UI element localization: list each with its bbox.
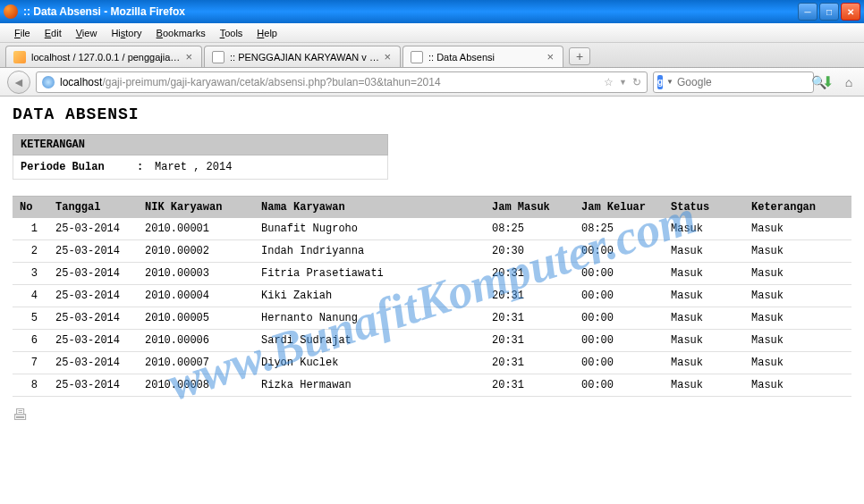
tab-label: localhost / 127.0.0.1 / penggajian_karya… bbox=[31, 52, 183, 63]
keterangan-box: KETERANGAN Periode Bulan : Maret , 2014 bbox=[13, 134, 388, 180]
cell-nama: Hernanto Nanung bbox=[254, 307, 485, 330]
home-icon[interactable]: ⌂ bbox=[841, 74, 857, 90]
tab-label: :: PENGGAJIAN KARYAWAN v 2.1 - Siste... bbox=[230, 52, 382, 63]
search-box[interactable]: g ▼ 🔍 bbox=[653, 71, 814, 93]
menu-file[interactable]: File bbox=[7, 25, 38, 41]
table-row: 125-03-20142010.00001Bunafit Nugroho08:2… bbox=[13, 218, 851, 240]
cell-jammasuk: 20:31 bbox=[485, 330, 574, 352]
minimize-button[interactable]: ─ bbox=[798, 3, 817, 21]
tab-close-icon[interactable]: × bbox=[382, 50, 393, 63]
url-path: /gaji-preimum/gaji-karyawan/cetak/absens… bbox=[102, 76, 440, 88]
periode-value: Maret , 2014 bbox=[155, 161, 232, 173]
url-bar[interactable]: localhost/gaji-preimum/gaji-karyawan/cet… bbox=[36, 71, 648, 93]
close-button[interactable]: ✕ bbox=[841, 3, 860, 21]
cell-no: 7 bbox=[13, 352, 48, 374]
menu-bookmarks[interactable]: Bookmarks bbox=[149, 25, 213, 41]
table-header-row: No Tanggal NIK Karyawan Nama Karyawan Ja… bbox=[13, 197, 851, 219]
cell-nik: 2010.00001 bbox=[138, 218, 254, 240]
cell-jammasuk: 20:31 bbox=[485, 352, 574, 374]
cell-jamkeluar: 00:00 bbox=[574, 240, 664, 263]
col-keterangan: Keterangan bbox=[744, 197, 851, 219]
page-title: DATA ABSENSI bbox=[13, 105, 851, 123]
tab-label: :: Data Absensi bbox=[428, 52, 545, 63]
tab-item[interactable]: :: PENGGAJIAN KARYAWAN v 2.1 - Siste... … bbox=[204, 46, 401, 67]
cell-nama: Diyon Kuclek bbox=[254, 352, 485, 374]
menu-history[interactable]: History bbox=[104, 25, 148, 41]
cell-no: 6 bbox=[13, 330, 48, 352]
tab-item[interactable]: localhost / 127.0.0.1 / penggajian_karya… bbox=[5, 46, 202, 67]
cell-keterangan: Masuk bbox=[744, 285, 851, 307]
cell-jamkeluar: 00:00 bbox=[574, 352, 664, 374]
cell-nik: 2010.00006 bbox=[138, 330, 254, 352]
tab-close-icon[interactable]: × bbox=[545, 50, 555, 63]
window-title: :: Data Absensi - Mozilla Firefox bbox=[23, 5, 798, 18]
cell-no: 4 bbox=[13, 285, 48, 307]
cell-tanggal: 25-03-2014 bbox=[48, 352, 138, 374]
search-input[interactable] bbox=[677, 76, 811, 88]
table-row: 225-03-20142010.00002Indah Indriyanna20:… bbox=[13, 240, 851, 263]
new-tab-button[interactable]: + bbox=[569, 47, 590, 65]
dropdown-icon[interactable]: ▼ bbox=[619, 78, 627, 87]
menu-help[interactable]: Help bbox=[250, 25, 284, 41]
cell-no: 1 bbox=[13, 218, 48, 240]
cell-nama: Indah Indriyanna bbox=[254, 240, 485, 263]
cell-keterangan: Masuk bbox=[744, 218, 851, 240]
cell-jammasuk: 20:31 bbox=[485, 374, 574, 397]
phpmyadmin-icon bbox=[13, 51, 26, 63]
cell-status: Masuk bbox=[664, 240, 744, 263]
cell-tanggal: 25-03-2014 bbox=[48, 285, 138, 307]
cell-tanggal: 25-03-2014 bbox=[48, 240, 138, 263]
chevron-down-icon[interactable]: ▼ bbox=[666, 78, 673, 86]
col-jamkeluar: Jam Keluar bbox=[574, 197, 664, 219]
print-icon[interactable]: 🖶 bbox=[13, 406, 851, 424]
cell-status: Masuk bbox=[664, 352, 744, 374]
table-row: 425-03-20142010.00004Kiki Zakiah20:3100:… bbox=[13, 285, 851, 307]
google-icon: g bbox=[657, 75, 663, 89]
menu-view[interactable]: View bbox=[69, 25, 105, 41]
col-tanggal: Tanggal bbox=[48, 197, 138, 219]
cell-nik: 2010.00007 bbox=[138, 352, 254, 374]
cell-status: Masuk bbox=[664, 307, 744, 330]
cell-no: 5 bbox=[13, 307, 48, 330]
menu-tools[interactable]: Tools bbox=[213, 25, 250, 41]
cell-nama: Sardi Sudrajat bbox=[254, 330, 485, 352]
cell-keterangan: Masuk bbox=[744, 352, 851, 374]
bookmark-star-icon[interactable]: ☆ bbox=[604, 76, 614, 88]
cell-nik: 2010.00008 bbox=[138, 374, 254, 397]
col-nama: Nama Karyawan bbox=[254, 197, 485, 219]
maximize-button[interactable]: □ bbox=[819, 3, 839, 21]
col-no: No bbox=[13, 197, 48, 219]
firefox-icon bbox=[4, 4, 18, 19]
keterangan-header: KETERANGAN bbox=[13, 134, 388, 155]
downloads-icon[interactable]: ⬇ bbox=[819, 74, 835, 90]
cell-jamkeluar: 00:00 bbox=[574, 263, 664, 285]
table-row: 625-03-20142010.00006Sardi Sudrajat20:31… bbox=[13, 330, 851, 352]
cell-jammasuk: 20:31 bbox=[485, 285, 574, 307]
cell-status: Masuk bbox=[664, 218, 744, 240]
cell-nik: 2010.00003 bbox=[138, 263, 254, 285]
cell-no: 2 bbox=[13, 240, 48, 263]
cell-jamkeluar: 00:00 bbox=[574, 285, 664, 307]
cell-jamkeluar: 00:00 bbox=[574, 374, 664, 397]
document-icon bbox=[212, 51, 224, 63]
periode-label: Periode Bulan bbox=[21, 161, 137, 173]
page-content: www.BunafitKomputer.com DATA ABSENSI KET… bbox=[0, 97, 864, 504]
col-jammasuk: Jam Masuk bbox=[485, 197, 574, 219]
cell-tanggal: 25-03-2014 bbox=[48, 218, 138, 240]
reload-icon[interactable]: ↻ bbox=[632, 76, 641, 88]
window-titlebar: :: Data Absensi - Mozilla Firefox ─ □ ✕ bbox=[0, 0, 864, 23]
cell-nik: 2010.00005 bbox=[138, 307, 254, 330]
tab-bar: localhost / 127.0.0.1 / penggajian_karya… bbox=[0, 43, 864, 68]
attendance-table: No Tanggal NIK Karyawan Nama Karyawan Ja… bbox=[13, 196, 851, 397]
cell-keterangan: Masuk bbox=[744, 330, 851, 352]
tab-close-icon[interactable]: × bbox=[183, 50, 194, 63]
tab-item-active[interactable]: :: Data Absensi × bbox=[402, 46, 563, 67]
back-button[interactable]: ◄ bbox=[7, 71, 30, 94]
url-host: localhost bbox=[60, 76, 102, 88]
cell-jammasuk: 20:31 bbox=[485, 263, 574, 285]
cell-tanggal: 25-03-2014 bbox=[48, 330, 138, 352]
cell-tanggal: 25-03-2014 bbox=[48, 374, 138, 397]
periode-colon: : bbox=[137, 161, 155, 173]
cell-status: Masuk bbox=[664, 330, 744, 352]
menu-edit[interactable]: Edit bbox=[38, 25, 69, 41]
